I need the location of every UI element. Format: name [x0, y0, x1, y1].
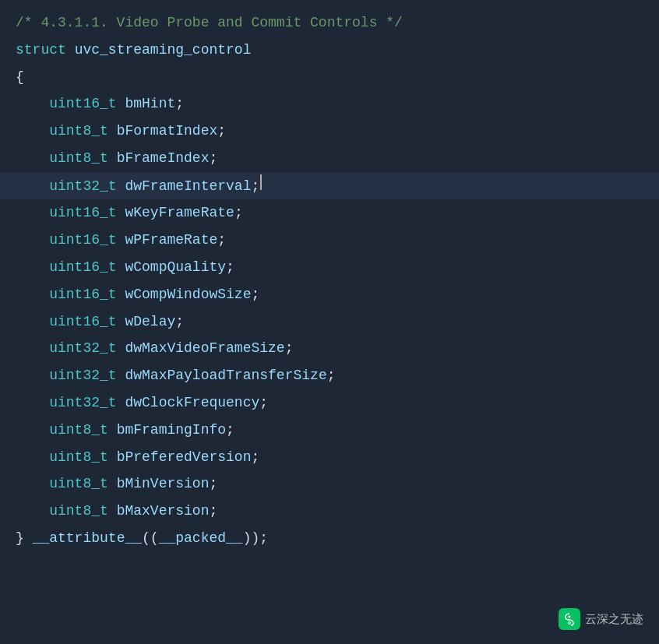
code-token: bMaxVersion — [117, 500, 210, 523]
code-token: uint8_t — [16, 446, 117, 469]
code-line: struct uvc_streaming_control — [0, 37, 659, 64]
code-token: uint16_t — [16, 256, 125, 279]
code-token: ; — [226, 419, 234, 442]
code-token: { — [16, 66, 24, 89]
code-token: uint16_t — [16, 93, 125, 115]
code-token: )); — [243, 527, 268, 550]
code-token: bFormatIndex — [117, 120, 218, 143]
code-line: uint8_t bFrameIndex; — [0, 145, 659, 172]
code-token: ; — [259, 392, 268, 414]
watermark: 云深之无迹 — [559, 608, 643, 630]
code-line: uint32_t dwMaxVideoFrameSize; — [0, 335, 659, 362]
code-token: ; — [327, 364, 336, 387]
code-token: uint16_t — [16, 311, 125, 333]
code-line: { — [0, 64, 659, 91]
code-token: uint32_t — [16, 392, 125, 414]
code-line: uint8_t bPreferedVersion; — [0, 444, 659, 471]
code-token: __attribute__ — [33, 527, 142, 550]
code-token: ; — [251, 175, 259, 198]
code-token: ; — [209, 147, 217, 170]
code-token: ; — [234, 202, 243, 224]
code-line: uint8_t bMaxVersion; — [0, 498, 659, 525]
code-line: uint8_t bMinVersion; — [0, 470, 659, 498]
code-token: bFrameIndex — [117, 147, 210, 170]
svg-point-1 — [569, 616, 571, 618]
code-token: wCompQuality — [125, 256, 226, 279]
code-token: uint32_t — [16, 337, 125, 360]
code-token: ; — [285, 337, 294, 360]
code-token: uint16_t — [16, 229, 125, 252]
code-line: } __attribute__((__packed__)); — [0, 525, 659, 552]
code-token: uvc_streaming_control — [75, 39, 252, 62]
code-token: wKeyFrameRate — [125, 202, 234, 224]
code-token: uint8_t — [16, 120, 117, 143]
code-token: } — [16, 527, 33, 550]
code-line: uint32_t dwMaxPayloadTransferSize; — [0, 362, 659, 389]
code-token: uint32_t — [16, 364, 125, 387]
code-token: ; — [209, 500, 217, 523]
code-token: wCompWindowSize — [125, 283, 251, 306]
watermark-label: 云深之无迹 — [585, 612, 643, 627]
code-token: uint8_t — [16, 419, 117, 442]
code-token: uint16_t — [16, 202, 125, 224]
code-token: dwClockFrequency — [125, 392, 259, 414]
code-token: ; — [251, 446, 259, 469]
code-token: ; — [175, 311, 184, 333]
code-token: ; — [226, 256, 234, 279]
code-token: uint8_t — [16, 500, 117, 523]
code-line: uint16_t wCompWindowSize; — [0, 281, 659, 308]
code-token: bmHint — [125, 93, 175, 115]
code-line: uint16_t wCompQuality; — [0, 254, 659, 281]
code-line: uint16_t wKeyFrameRate; — [0, 199, 659, 227]
code-token: ; — [251, 283, 259, 306]
svg-point-2 — [569, 622, 571, 625]
code-line: /* 4.3.1.1. Video Probe and Commit Contr… — [0, 9, 659, 37]
code-token: uint8_t — [16, 147, 117, 170]
code-token: bmFramingInfo — [117, 419, 226, 442]
code-token: /* 4.3.1.1. Video Probe and Commit Contr… — [16, 12, 403, 34]
code-token: dwMaxVideoFrameSize — [125, 337, 284, 360]
code-lines: /* 4.3.1.1. Video Probe and Commit Contr… — [0, 9, 659, 552]
code-token: wDelay — [125, 311, 175, 333]
code-line: uint8_t bFormatIndex; — [0, 118, 659, 145]
code-token: uint16_t — [16, 283, 125, 306]
code-token: ; — [217, 120, 226, 143]
code-line: uint16_t wDelay; — [0, 308, 659, 336]
code-token: bMinVersion — [117, 473, 210, 495]
code-token: wPFrameRate — [125, 229, 217, 252]
code-token: dwFrameInterval — [125, 175, 251, 198]
code-token: uint8_t — [16, 473, 117, 495]
text-cursor — [260, 174, 262, 190]
code-token: uint32_t — [16, 175, 125, 198]
code-line: uint16_t bmHint; — [0, 90, 659, 118]
watermark-icon — [559, 608, 580, 630]
code-line: uint16_t wPFrameRate; — [0, 227, 659, 254]
code-line: uint32_t dwFrameInterval; — [0, 172, 659, 200]
code-token: __packed__ — [159, 527, 243, 550]
code-editor: /* 4.3.1.1. Video Probe and Commit Contr… — [0, 0, 659, 644]
code-token: struct — [16, 39, 75, 62]
code-token: ; — [209, 473, 217, 495]
code-token: ; — [217, 229, 226, 252]
code-token: (( — [142, 527, 159, 550]
code-token: bPreferedVersion — [117, 446, 252, 469]
code-line: uint8_t bmFramingInfo; — [0, 417, 659, 444]
code-line: uint32_t dwClockFrequency; — [0, 389, 659, 417]
code-token: dwMaxPayloadTransferSize — [125, 364, 326, 387]
code-token: ; — [175, 93, 184, 115]
